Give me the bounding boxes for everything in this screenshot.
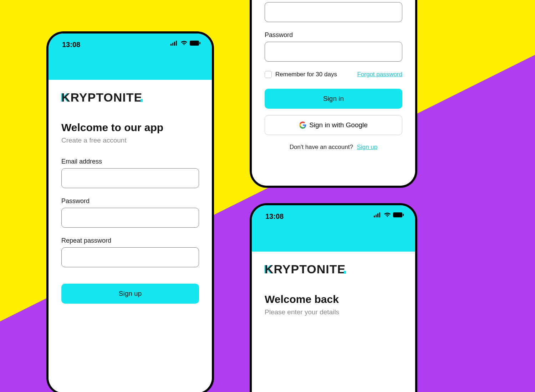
status-bar: 13:08 xyxy=(49,33,212,80)
signin-password-input[interactable] xyxy=(265,42,402,62)
signin-options-row: Remember for 30 days Forgot password xyxy=(265,71,402,78)
status-bar: 13:08 xyxy=(252,205,415,252)
signin-password-field-group: Password xyxy=(265,31,402,62)
signin-content: Password Remember for 30 days Forgot pas… xyxy=(252,2,415,186)
svg-rect-3 xyxy=(176,41,177,46)
svg-rect-4 xyxy=(190,41,199,46)
logo-tail-accent xyxy=(344,271,346,274)
phone-inner: 13:08 K K xyxy=(49,33,212,392)
google-signin-button[interactable]: Sign in with Google xyxy=(265,115,402,135)
signup-content: K K RYPTONITE Welcome to our app Create … xyxy=(49,80,212,392)
email-label: Email address xyxy=(61,158,199,165)
wifi-icon xyxy=(180,41,188,46)
welcomeback-subheading: Please enter your details xyxy=(265,308,402,316)
password-input[interactable] xyxy=(61,208,199,228)
signup-subheading: Create a free account xyxy=(61,136,199,144)
logo-tail: E xyxy=(134,91,143,104)
status-icons xyxy=(170,41,200,46)
remember-label: Remember for 30 days xyxy=(275,71,337,78)
logo-tail-accent xyxy=(141,99,143,102)
svg-rect-10 xyxy=(393,212,402,217)
signin-email-field-group xyxy=(265,2,402,22)
logo-tail: E xyxy=(337,262,346,276)
repeat-password-label: Repeat password xyxy=(61,237,199,244)
welcomeback-content: K K RYPTONITE Welcome back Please enter … xyxy=(252,252,415,392)
remember-checkbox[interactable] xyxy=(265,71,272,78)
logo-k: K K xyxy=(265,262,274,276)
logo-mid: RYPTONIT xyxy=(71,91,134,104)
svg-rect-9 xyxy=(379,212,380,217)
logo-k: K K xyxy=(61,91,71,104)
logo-tail-letter: E xyxy=(337,262,346,276)
status-time: 13:08 xyxy=(265,212,284,221)
signin-email-input[interactable] xyxy=(265,2,402,22)
signup-link[interactable]: Sign up xyxy=(357,144,378,150)
battery-icon xyxy=(393,212,404,217)
email-field-group: Email address xyxy=(61,158,199,188)
battery-icon xyxy=(190,41,200,46)
signup-heading: Welcome to our app xyxy=(61,122,199,134)
svg-rect-8 xyxy=(377,213,378,217)
forgot-password-link[interactable]: Forgot password xyxy=(357,71,402,78)
repeat-password-field-group: Repeat password xyxy=(61,237,199,267)
status-time: 13:08 xyxy=(62,41,80,49)
phone-inner: Password Remember for 30 days Forgot pas… xyxy=(252,0,415,186)
repeat-password-input[interactable] xyxy=(61,247,199,267)
svg-rect-7 xyxy=(376,215,377,217)
status-icons xyxy=(374,212,404,217)
wifi-icon xyxy=(384,212,391,217)
google-icon xyxy=(299,122,306,129)
canvas: 13:08 K K xyxy=(0,0,535,392)
remember-wrap[interactable]: Remember for 30 days xyxy=(265,71,337,78)
email-input[interactable] xyxy=(61,168,199,188)
password-label: Password xyxy=(61,197,199,205)
brand-logo: K K RYPTONITE xyxy=(61,91,199,104)
logo-mid: RYPTONIT xyxy=(274,262,337,276)
phone-inner: 13:08 K K xyxy=(252,205,415,392)
password-field-group: Password xyxy=(61,197,199,228)
svg-rect-6 xyxy=(374,216,375,217)
signal-icon xyxy=(170,41,178,46)
svg-rect-11 xyxy=(403,214,404,216)
svg-rect-0 xyxy=(170,44,172,46)
svg-rect-1 xyxy=(172,43,173,46)
signin-password-label: Password xyxy=(265,31,402,39)
logo-k-black: K xyxy=(265,262,274,276)
signin-button[interactable]: Sign in xyxy=(265,89,402,109)
google-signin-label: Sign in with Google xyxy=(309,121,368,129)
svg-rect-5 xyxy=(199,42,200,44)
signup-prompt: Don't have an account? Sign up xyxy=(265,144,402,151)
phone-signup: 13:08 K K xyxy=(46,31,214,392)
svg-rect-2 xyxy=(174,42,175,46)
phone-signin: Password Remember for 30 days Forgot pas… xyxy=(250,0,417,188)
welcomeback-heading: Welcome back xyxy=(265,293,402,305)
logo-k-black: K xyxy=(61,91,71,104)
logo-tail-letter: E xyxy=(134,91,143,104)
signal-icon xyxy=(374,212,382,217)
no-account-text: Don't have an account? xyxy=(290,144,353,150)
phone-welcomeback: 13:08 K K xyxy=(250,203,417,392)
brand-logo: K K RYPTONITE xyxy=(265,262,402,276)
signup-button[interactable]: Sign up xyxy=(61,284,199,304)
